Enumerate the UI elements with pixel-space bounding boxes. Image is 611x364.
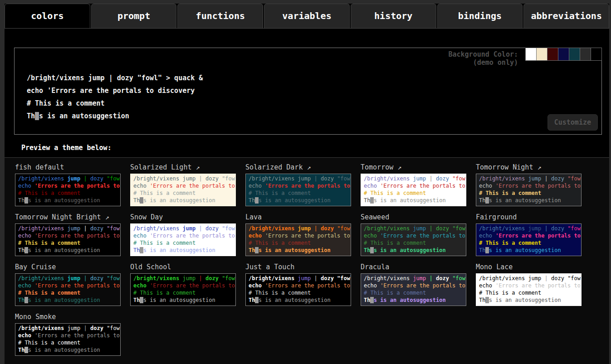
theme-card[interactable]: Tomorrow ↗ /bright/vixens jump | dozy "f… [361, 163, 476, 206]
token-command2: dozy [205, 275, 219, 281]
token-comment: # This is a comment [18, 340, 80, 346]
token-path: /bright/vixens [133, 225, 179, 232]
token-echo: echo [18, 233, 31, 239]
background-color-swatch[interactable] [580, 48, 591, 61]
token-autosuggestion: s is an autosuggestion [374, 247, 446, 253]
theme-card[interactable]: Old School /bright/vixens jump | dozy "f… [130, 263, 245, 306]
tab-history[interactable]: history [351, 4, 436, 28]
background-color-swatch[interactable] [569, 48, 580, 61]
fish-config-page: colors prompt functions variables histor… [5, 4, 609, 364]
token-quoted-string: "fowl" > quack & [337, 275, 351, 281]
background-color-label-line2: (demo only) [448, 58, 518, 67]
token-pipe: | [430, 175, 433, 182]
token-comment: # This is a comment [27, 99, 105, 107]
token-echo: echo [479, 282, 492, 289]
theme-card[interactable]: Just a Touch /bright/vixens jump | dozy … [245, 263, 361, 306]
token-command: jump [67, 225, 80, 232]
token-path: /bright/vixens [479, 275, 525, 281]
background-color-swatch[interactable] [558, 48, 569, 61]
theme-card[interactable]: Lava /bright/vixens jump | dozy "fowl" >… [245, 213, 361, 256]
token-comment: # This is a comment [249, 290, 311, 296]
terminal-cursor: i [24, 197, 28, 204]
token-path: /bright/vixens [249, 275, 294, 281]
background-color-swatch[interactable] [591, 48, 602, 61]
token-typed: Th [18, 297, 24, 303]
token-quoted-string: "fowl" > quack & [222, 275, 236, 281]
background-color-swatch[interactable] [547, 48, 558, 61]
theme-card[interactable]: Solarized Dark ↗ /bright/vixens jump | d… [245, 163, 361, 206]
theme-card[interactable]: Tomorrow Night Bright ↗ /bright/vixens j… [15, 213, 130, 256]
theme-card[interactable]: Seaweed /bright/vixens jump | dozy "fowl… [361, 213, 476, 256]
token-command: jump [182, 175, 196, 182]
theme-card[interactable]: Mono Lace /bright/vixens jump | dozy "fo… [476, 263, 591, 306]
tab-colors[interactable]: colors [5, 4, 90, 28]
customize-button[interactable]: Customize [547, 114, 598, 131]
theme-card[interactable]: Mono Smoke /bright/vixens jump | dozy "f… [15, 313, 130, 356]
token-path: /bright/vixens [479, 175, 525, 182]
theme-card[interactable]: Snow Day /bright/vixens jump | dozy "fow… [130, 213, 245, 256]
theme-name: Solarized Dark ↗ [245, 163, 361, 171]
token-echo: echo [249, 282, 262, 289]
token-pipe: | [314, 275, 318, 281]
token-typed: Th [364, 297, 370, 303]
token-command2: dozy [90, 225, 103, 232]
theme-card[interactable]: Dracula /bright/vixens jump | dozy "fowl… [361, 263, 476, 306]
token-string: 'Errors are the portals to discovery [495, 233, 582, 239]
token-quoted-string: "fowl" > quack & [222, 175, 236, 182]
background-color-swatch[interactable] [525, 48, 537, 61]
token-pipe: | [199, 175, 202, 182]
background-color-swatch[interactable] [536, 48, 547, 61]
terminal-cursor: i [24, 297, 28, 303]
preview-heading: Preview a theme below: [21, 144, 609, 152]
theme-preview-terminal: /bright/vixens jump | dozy "fowl" > quac… [130, 223, 236, 256]
tab-prompt[interactable]: prompt [91, 4, 177, 28]
token-comment: # This is a comment [479, 240, 541, 246]
token-quoted-string: "fowl" > quack & [452, 225, 466, 232]
token-string: 'Errors are the portals to discovery [34, 332, 121, 339]
theme-card[interactable]: Solarized Light ↗ /bright/vixens jump | … [130, 163, 245, 206]
token-typed: Th [479, 197, 485, 204]
theme-card[interactable]: Bay Cruise /bright/vixens jump | dozy "f… [15, 263, 130, 306]
token-typed: Th [133, 247, 140, 253]
theme-name: Tomorrow Night Bright ↗ [15, 213, 130, 221]
token-echo: echo [133, 183, 147, 189]
token-quoted-string: "fowl" > quack & [452, 275, 466, 281]
theme-card[interactable]: fish default /bright/vixens jump | dozy … [15, 163, 130, 206]
token-typed: Th [133, 197, 140, 204]
token-pipe: | [84, 275, 87, 281]
terminal-cursor: i [485, 197, 489, 204]
tab-abbreviations[interactable]: abbreviations [523, 4, 609, 28]
theme-card[interactable]: Tomorrow Night ↗ /bright/vixens jump | d… [476, 163, 591, 206]
background-color-label-line1: Background Color: [448, 50, 518, 58]
token-command: jump [528, 275, 541, 281]
token-typed: Th [479, 297, 485, 303]
external-link-icon: ↗ [101, 213, 109, 221]
terminal-demo-panel: Background Color: (demo only) /bright/vi… [14, 48, 602, 135]
token-autosuggestion: s is an autosuggestion [259, 247, 331, 253]
token-string: 'Errors are the portals to discovery [34, 282, 121, 289]
token-string: 'Errors are the portals to discovery [380, 282, 466, 289]
token-command2: dozy [205, 225, 219, 232]
token-echo: echo [364, 282, 377, 289]
token-comment: # This is a comment [18, 240, 80, 246]
token-autosuggestion: s is an autosuggestion [28, 297, 100, 303]
token-comment: # This is a comment [18, 190, 80, 196]
token-quoted-string: "fowl" > quack & [567, 225, 582, 232]
token-echo: echo [364, 233, 377, 239]
token-quoted-string: "fowl" > quack & [337, 175, 351, 182]
token-quoted-string: "fowl" > quack & [107, 175, 121, 182]
theme-preview-terminal: /bright/vixens jump | dozy "fowl" > quac… [476, 223, 582, 256]
token-autosuggestion: s is an autosuggestion [259, 197, 331, 204]
theme-name: Just a Touch [245, 263, 361, 271]
token-string: 'Errors are the portals to discovery [495, 183, 582, 189]
tab-bindings[interactable]: bindings [437, 4, 523, 28]
token-path: /bright/vixens [364, 175, 410, 182]
theme-preview-terminal: /bright/vixens jump | dozy "fowl" > quac… [361, 273, 466, 306]
token-comment: # This is a comment [479, 290, 541, 296]
theme-card[interactable]: Fairground /bright/vixens jump | dozy "f… [476, 213, 591, 256]
tab-variables[interactable]: variables [264, 4, 350, 28]
background-color-label: Background Color: (demo only) [448, 50, 518, 67]
token-echo: echo [27, 87, 43, 95]
token-quoted-string: "fowl" > quack & [222, 225, 236, 232]
tab-functions[interactable]: functions [177, 4, 263, 28]
